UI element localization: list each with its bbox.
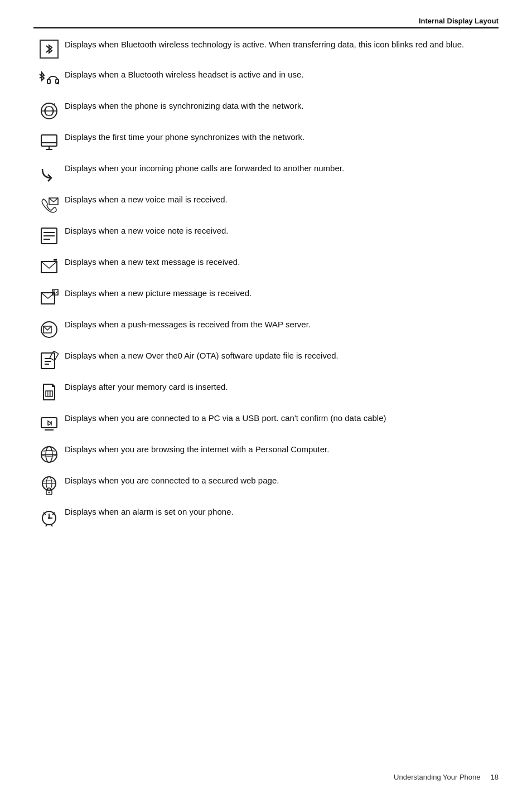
list-item: Displays when a new voice note is receiv… <box>33 225 499 246</box>
first-sync-desc: Displays the first time your phone synch… <box>65 131 499 144</box>
call-forward-icon <box>33 162 65 183</box>
text-message-icon <box>33 256 65 277</box>
bluetooth-icon <box>33 38 65 59</box>
list-item: Displays when your incoming phone calls … <box>33 162 499 183</box>
list-item: Displays when a new Over the0 Air (OTA) … <box>33 350 499 371</box>
secure-web-icon <box>33 475 65 496</box>
list-item: Displays when Bluetooth wireless technol… <box>33 38 499 59</box>
svg-rect-6 <box>41 135 57 146</box>
first-sync-icon <box>33 131 65 152</box>
text-message-desc: Displays when a new text message is rece… <box>65 256 499 269</box>
page-header: Internal Display Layout <box>33 17 499 28</box>
svg-line-50 <box>46 525 47 526</box>
sync-desc: Displays when the phone is synchronizing… <box>65 100 499 113</box>
alarm-icon <box>33 506 65 527</box>
footer-left: Understanding Your Phone <box>394 773 480 781</box>
page: Internal Display Layout Displays when Bl… <box>0 0 532 570</box>
sync-icon <box>33 100 65 121</box>
usb-connect-icon <box>33 412 65 433</box>
call-forward-desc: Displays when your incoming phone calls … <box>65 162 499 175</box>
picture-message-icon <box>33 287 65 308</box>
memory-card-desc: Displays after your memory card is inser… <box>65 381 499 394</box>
icon-list: Displays when Bluetooth wireless technol… <box>33 38 499 527</box>
list-item: Displays when you are connected to a PC … <box>33 412 499 433</box>
svg-point-21 <box>54 291 55 292</box>
alarm-desc: Displays when an alarm is set on your ph… <box>65 506 499 519</box>
list-item: Displays when a new text message is rece… <box>33 256 499 277</box>
memory-card-icon <box>33 381 65 402</box>
pc-browse-icon <box>33 443 65 465</box>
page-footer: Understanding Your Phone 18 <box>394 773 499 781</box>
svg-point-52 <box>48 517 50 519</box>
bluetooth-headset-icon <box>33 69 65 90</box>
list-item: Displays when a Bluetooth wireless heads… <box>33 69 499 90</box>
voicemail-desc: Displays when a new voice mail is receiv… <box>65 194 499 206</box>
wap-push-icon <box>33 318 65 340</box>
svg-point-44 <box>49 492 50 494</box>
bluetooth-desc: Displays when Bluetooth wireless technol… <box>65 38 499 51</box>
svg-rect-0 <box>47 79 50 84</box>
ota-update-desc: Displays when a new Over the0 Air (OTA) … <box>65 350 499 362</box>
list-item: Displays when a new voice mail is receiv… <box>33 194 499 215</box>
svg-rect-33 <box>41 418 57 428</box>
list-item: Displays after your memory card is inser… <box>33 381 499 402</box>
bluetooth-headset-desc: Displays when a Bluetooth wireless heads… <box>65 69 499 81</box>
secure-web-desc: Displays when you are connected to a sec… <box>65 475 499 487</box>
list-item: Displays the first time your phone synch… <box>33 131 499 152</box>
list-item: Displays when a push-messages is receive… <box>33 318 499 340</box>
list-item: Displays when an alarm is set on your ph… <box>33 506 499 527</box>
voice-note-desc: Displays when a new voice note is receiv… <box>65 225 499 238</box>
wap-push-desc: Displays when a push-messages is receive… <box>65 318 499 331</box>
voice-note-icon <box>33 225 65 246</box>
list-item: Displays when you are connected to a sec… <box>33 475 499 496</box>
list-item: Displays when a new picture message is r… <box>33 287 499 308</box>
pc-browse-desc: Displays when you are browsing the inter… <box>65 443 499 456</box>
header-title: Internal Display Layout <box>419 17 499 25</box>
voicemail-icon <box>33 194 65 215</box>
usb-connect-desc: Displays when you are connected to a PC … <box>65 412 499 425</box>
picture-message-desc: Displays when a new picture message is r… <box>65 287 499 300</box>
list-item: Displays when you are browsing the inter… <box>33 443 499 465</box>
list-item: Displays when the phone is synchronizing… <box>33 100 499 121</box>
ota-update-icon <box>33 350 65 371</box>
svg-line-51 <box>51 525 52 526</box>
footer-page: 18 <box>491 773 499 781</box>
